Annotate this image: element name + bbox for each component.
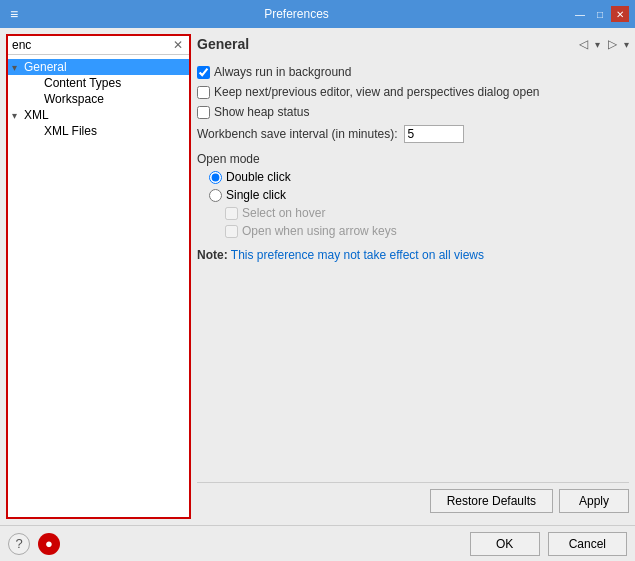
select-hover-label: Select on hover [242, 206, 325, 220]
tree-item-content-types[interactable]: Content Types [8, 75, 189, 91]
workbench-row: Workbench save interval (in minutes): [197, 122, 629, 146]
always-run-row: Always run in background [197, 62, 629, 82]
workbench-label: Workbench save interval (in minutes): [197, 127, 398, 141]
single-click-row: Single click [197, 186, 629, 204]
tree-item-workspace[interactable]: Workspace [8, 91, 189, 107]
footer-left: ? ● [8, 533, 60, 555]
open-arrow-row: Open when using arrow keys [197, 222, 629, 240]
double-click-radio[interactable] [209, 171, 222, 184]
workbench-input[interactable] [404, 125, 464, 143]
panel-title: General [197, 36, 249, 52]
tree-label-general: General [24, 60, 67, 74]
apply-button[interactable]: Apply [559, 489, 629, 513]
footer: ? ● OK Cancel [0, 525, 635, 561]
settings-area: Always run in background Keep next/previ… [197, 62, 629, 478]
search-box: ✕ [8, 36, 189, 55]
always-run-checkbox[interactable] [197, 66, 210, 79]
show-heap-label: Show heap status [214, 105, 309, 119]
keep-editor-row: Keep next/previous editor, view and pers… [197, 82, 629, 102]
always-run-label: Always run in background [214, 65, 351, 79]
close-button[interactable]: ✕ [611, 6, 629, 22]
restore-defaults-button[interactable]: Restore Defaults [430, 489, 553, 513]
content-area: ✕ ▾ General Content Types Workspace [6, 34, 629, 519]
double-click-row: Double click [197, 168, 629, 186]
open-arrow-checkbox[interactable] [225, 225, 238, 238]
help-button[interactable]: ? [8, 533, 30, 555]
note-row: Note: This preference may not take effec… [197, 244, 629, 266]
select-hover-row: Select on hover [197, 204, 629, 222]
cancel-button[interactable]: Cancel [548, 532, 627, 556]
window-title: Preferences [22, 7, 571, 21]
tree-item-general[interactable]: ▾ General [8, 59, 189, 75]
app-icon: ≡ [6, 6, 22, 22]
tree-label-xml: XML [24, 108, 49, 122]
open-mode-title: Open mode [197, 150, 629, 168]
double-click-label[interactable]: Double click [226, 170, 291, 184]
search-clear-icon[interactable]: ✕ [171, 38, 185, 52]
tree-label-content-types: Content Types [44, 76, 121, 90]
right-panel-header: General ◁ ▾ ▷ ▾ [197, 34, 629, 54]
record-button[interactable]: ● [38, 533, 60, 555]
tree-toggle-xml: ▾ [12, 110, 24, 121]
nav-forward-button[interactable]: ▷ [602, 34, 622, 54]
nav-controls: ◁ ▾ ▷ ▾ [573, 34, 629, 54]
tree-label-xml-files: XML Files [44, 124, 97, 138]
select-hover-checkbox[interactable] [225, 207, 238, 220]
tree-item-xml[interactable]: ▾ XML [8, 107, 189, 123]
single-click-label[interactable]: Single click [226, 188, 286, 202]
open-arrow-label: Open when using arrow keys [242, 224, 397, 238]
bottom-buttons: Restore Defaults Apply [197, 482, 629, 519]
show-heap-checkbox[interactable] [197, 106, 210, 119]
footer-right: OK Cancel [470, 532, 627, 556]
single-click-radio[interactable] [209, 189, 222, 202]
open-mode-section: Open mode Double click Single click Sele… [197, 146, 629, 244]
note-text: This preference may not take effect on a… [231, 248, 484, 262]
left-panel: ✕ ▾ General Content Types Workspace [6, 34, 191, 519]
nav-back-dropdown[interactable]: ▾ [595, 39, 600, 50]
nav-back-button[interactable]: ◁ [573, 34, 593, 54]
keep-editor-label: Keep next/previous editor, view and pers… [214, 85, 540, 99]
title-bar: ≡ Preferences — □ ✕ [0, 0, 635, 28]
main-content: ✕ ▾ General Content Types Workspace [0, 28, 635, 525]
tree-item-xml-files[interactable]: XML Files [8, 123, 189, 139]
note-label: Note: [197, 248, 228, 262]
search-input[interactable] [12, 38, 171, 52]
show-heap-row: Show heap status [197, 102, 629, 122]
tree-toggle-general: ▾ [12, 62, 24, 73]
nav-forward-dropdown[interactable]: ▾ [624, 39, 629, 50]
ok-button[interactable]: OK [470, 532, 540, 556]
tree-area: ▾ General Content Types Workspace ▾ XML [8, 55, 189, 517]
minimize-button[interactable]: — [571, 6, 589, 22]
right-panel: General ◁ ▾ ▷ ▾ Always run in background [197, 34, 629, 519]
tree-label-workspace: Workspace [44, 92, 104, 106]
maximize-button[interactable]: □ [591, 6, 609, 22]
keep-editor-checkbox[interactable] [197, 86, 210, 99]
